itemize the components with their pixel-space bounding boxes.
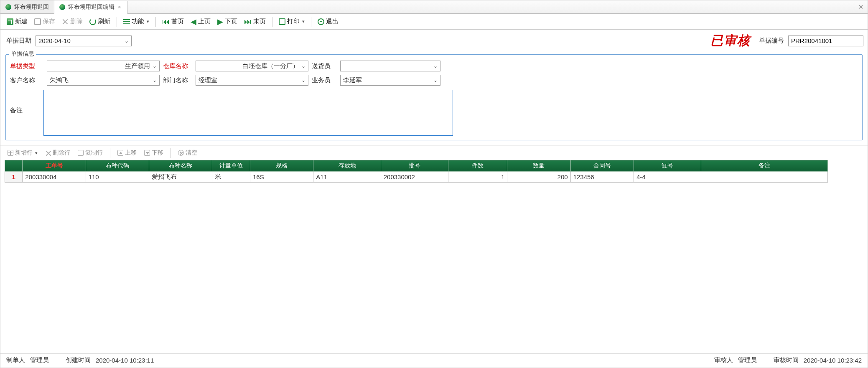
cell-batch[interactable]: 200330002 — [381, 172, 448, 183]
cell-unit[interactable]: 米 — [212, 172, 250, 183]
col-location[interactable]: 存放地 — [313, 160, 381, 172]
clear-button[interactable]: 清空 — [175, 147, 200, 158]
dept-select[interactable]: 经理室 ⌄ — [196, 75, 308, 86]
cell-work-order[interactable]: 200330004 — [23, 172, 86, 183]
separator — [171, 148, 171, 158]
cell-location[interactable]: A11 — [313, 172, 381, 183]
exit-button[interactable]: 退出 — [315, 16, 341, 27]
close-all-icon[interactable]: × — [858, 2, 863, 12]
fieldset-legend: 单据信息 — [9, 50, 36, 58]
save-button[interactable]: 保存 — [31, 16, 58, 27]
first-icon: ⏮ — [162, 18, 170, 25]
delete-row-button[interactable]: 删除行 — [42, 147, 73, 158]
customer-value: 朱鸿飞 — [50, 76, 69, 84]
col-rownum[interactable] — [5, 160, 23, 172]
move-up-button[interactable]: 上移 — [115, 147, 140, 158]
cell-remark[interactable] — [701, 172, 828, 183]
remark-label: 备注 — [10, 90, 39, 114]
col-pieces[interactable]: 件数 — [448, 160, 507, 172]
new-button[interactable]: 新建 — [4, 16, 31, 27]
status-bar: 制单人 管理员 创建时间 2020-04-10 10:23:11 审核人 管理员… — [0, 353, 868, 368]
bill-type-select[interactable]: 生产领用 ⌄ — [47, 61, 160, 71]
bill-date-select[interactable]: 2020-04-10 ⌄ — [36, 36, 132, 46]
salesman-select[interactable]: 李延军 ⌄ — [340, 75, 440, 86]
copy-icon — [78, 150, 84, 156]
deliverer-select[interactable]: ⌄ — [340, 61, 440, 71]
copy-row-button[interactable]: 复制行 — [75, 147, 106, 158]
next-icon: ▶ — [217, 18, 223, 25]
warehouse-value: 白坯仓库（一分厂） — [199, 62, 301, 70]
tab-return-list[interactable]: 坏布领用退回 — [0, 0, 54, 13]
tab-return-edit[interactable]: 坏布领用退回编辑 × — [54, 1, 127, 14]
main-toolbar: 新建 保存 删除 刷新 功能 ⏮ 首页 ◀ 上页 ▶ 下页 — [0, 14, 868, 30]
create-time-value: 2020-04-10 10:23:11 — [96, 357, 154, 364]
chevron-down-icon: ⌄ — [433, 77, 438, 83]
audit-time-value: 2020-04-10 10:23:42 — [804, 357, 862, 364]
move-down-button[interactable]: 下移 — [141, 147, 166, 158]
print-button[interactable]: 打印 — [276, 16, 308, 27]
col-spec[interactable]: 规格 — [250, 160, 313, 172]
header-row: 单据日期 2020-04-10 ⌄ 已审核 单据编号 — [0, 30, 868, 53]
customer-select[interactable]: 朱鸿飞 ⌄ — [47, 75, 160, 86]
remark-textarea[interactable] — [43, 90, 453, 136]
grid-wrap: 工单号 布种代码 布种名称 计量单位 规格 存放地 批号 件数 数量 合同号 缸… — [0, 160, 868, 353]
function-button[interactable]: 功能 — [120, 16, 152, 27]
cell-fabric-name[interactable]: 爱招飞布 — [149, 172, 212, 183]
col-vat-no[interactable]: 缸号 — [634, 160, 701, 172]
warehouse-label: 仓库名称 — [163, 62, 192, 70]
creator-label: 制单人 — [6, 356, 25, 364]
up-icon — [117, 150, 123, 156]
create-time-label: 创建时间 — [66, 356, 91, 364]
audit-stamp: 已审核 — [710, 32, 755, 49]
add-row-button[interactable]: 新增行 — [5, 147, 41, 158]
prev-page-button[interactable]: ◀ 上页 — [188, 16, 214, 27]
prev-icon: ◀ — [191, 18, 196, 25]
separator — [272, 17, 272, 27]
doc-number-label: 单据编号 — [759, 37, 784, 45]
col-fabric-code[interactable]: 布种代码 — [86, 160, 149, 172]
chevron-down-icon: ⌄ — [433, 63, 438, 69]
refresh-button[interactable]: 刷新 — [87, 16, 113, 27]
col-unit[interactable]: 计量单位 — [212, 160, 250, 172]
data-grid[interactable]: 工单号 布种代码 布种名称 计量单位 规格 存放地 批号 件数 数量 合同号 缸… — [5, 160, 828, 183]
col-contract[interactable]: 合同号 — [570, 160, 634, 172]
col-work-order[interactable]: 工单号 — [23, 160, 86, 172]
cell-spec[interactable]: 16S — [250, 172, 313, 183]
audit-time-label: 审核时间 — [774, 356, 799, 364]
auditor-label: 审核人 — [714, 356, 733, 364]
next-page-button[interactable]: ▶ 下页 — [214, 16, 240, 27]
col-fabric-name[interactable]: 布种名称 — [149, 160, 212, 172]
col-batch[interactable]: 批号 — [381, 160, 448, 172]
dept-label: 部门名称 — [163, 76, 192, 84]
deliverer-label: 送货员 — [312, 62, 337, 70]
separator — [155, 17, 156, 27]
warehouse-select[interactable]: 白坯仓库（一分厂） ⌄ — [196, 61, 308, 71]
cell-rownum: 1 — [5, 172, 23, 183]
bill-type-value: 生产领用 — [50, 62, 153, 70]
chevron-down-icon: ⌄ — [153, 63, 157, 69]
first-page-button[interactable]: ⏮ 首页 — [159, 16, 187, 27]
last-page-button[interactable]: ⏭ 末页 — [241, 16, 269, 27]
tab-close-icon[interactable]: × — [117, 4, 122, 10]
bill-date-label: 单据日期 — [6, 37, 31, 45]
last-icon: ⏭ — [244, 18, 252, 25]
doc-number-input[interactable] — [788, 36, 863, 46]
col-remark[interactable]: 备注 — [701, 160, 828, 172]
delete-button[interactable]: 删除 — [59, 16, 86, 27]
add-icon — [8, 150, 13, 156]
salesman-label: 业务员 — [312, 76, 337, 84]
cell-contract[interactable]: 123456 — [570, 172, 634, 183]
table-row[interactable]: 1 200330004 110 爱招飞布 米 16S A11 200330002… — [5, 172, 828, 183]
tab-label: 坏布领用退回编辑 — [68, 3, 115, 11]
creator-value: 管理员 — [30, 356, 49, 364]
clear-icon — [178, 150, 184, 156]
cell-qty[interactable]: 200 — [507, 172, 570, 183]
separator — [110, 148, 110, 158]
cell-fabric-code[interactable]: 110 — [86, 172, 149, 183]
cell-vat-no[interactable]: 4-4 — [634, 172, 701, 183]
separator — [117, 17, 117, 27]
col-qty[interactable]: 数量 — [507, 160, 570, 172]
tab-bar: 坏布领用退回 坏布领用退回编辑 × × — [0, 0, 868, 14]
cell-pieces[interactable]: 1 — [448, 172, 507, 183]
salesman-value: 李延军 — [343, 76, 362, 84]
